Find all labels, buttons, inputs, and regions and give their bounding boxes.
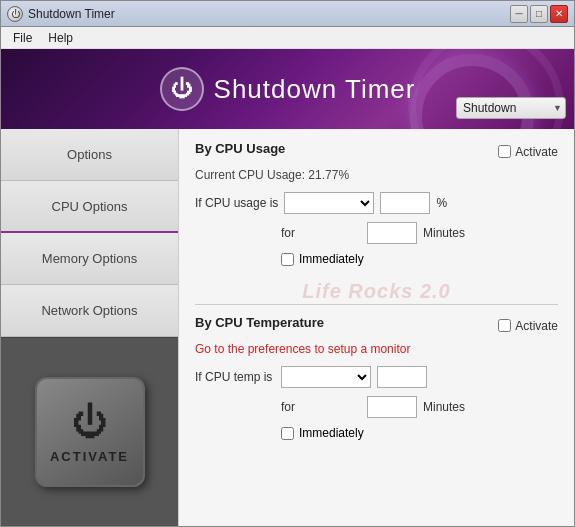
cpu-for-label: for <box>281 226 361 240</box>
cpu-temp-value-input[interactable] <box>377 366 427 388</box>
cpu-usage-activate-checkbox[interactable] <box>498 145 511 158</box>
title-bar: ⏻ Shutdown Timer ─ □ ✕ <box>1 1 574 27</box>
sidebar-item-cpu-options[interactable]: CPU Options <box>1 181 178 233</box>
window-icon: ⏻ <box>7 6 23 22</box>
cpu-temp-immediately-checkbox[interactable] <box>281 427 294 440</box>
menu-bar: File Help <box>1 27 574 49</box>
activate-area: ⏻ ACTIVATE <box>1 337 178 526</box>
cpu-temp-if-label: If CPU temp is <box>195 370 275 384</box>
watermark-text: Life Rocks 2.0 <box>302 280 451 302</box>
sidebar-item-network-options[interactable]: Network Options <box>1 285 178 337</box>
cpu-temp-for-label: for <box>281 400 361 414</box>
power-icon: ⏻ <box>160 67 204 111</box>
sidebar: Options CPU Options Memory Options Netwo… <box>1 129 179 526</box>
current-cpu-usage: Current CPU Usage: 21.77% <box>195 168 558 182</box>
watermark-area: Life Rocks 2.0 <box>195 280 558 300</box>
cpu-temp-section: By CPU Temperature Activate Go to the pr… <box>195 304 558 440</box>
cpu-usage-immediately-checkbox[interactable] <box>281 253 294 266</box>
cpu-usage-condition-select[interactable]: greater than less than <box>284 192 374 214</box>
app-title-area: ⏻ Shutdown Timer <box>160 67 416 111</box>
cpu-usage-heading: By CPU Usage <box>195 141 285 156</box>
cpu-usage-section: By CPU Usage Activate Current CPU Usage:… <box>195 141 558 440</box>
main-window: ⏻ Shutdown Timer ─ □ ✕ File Help ⏻ Shutd… <box>0 0 575 527</box>
minimize-button[interactable]: ─ <box>510 5 528 23</box>
sidebar-item-options[interactable]: Options <box>1 129 178 181</box>
cpu-usage-condition-row: If CPU usage is greater than less than % <box>195 192 558 214</box>
app-title: Shutdown Timer <box>214 74 416 105</box>
cpu-temp-for-row: for Minutes <box>281 396 558 418</box>
cpu-usage-percent: % <box>436 196 447 210</box>
sidebar-item-memory-options[interactable]: Memory Options <box>1 233 178 285</box>
cpu-temp-minutes-label: Minutes <box>423 400 465 414</box>
cpu-usage-immediately-label: Immediately <box>299 252 364 266</box>
maximize-button[interactable]: □ <box>530 5 548 23</box>
cpu-temp-minutes-input[interactable] <box>367 396 417 418</box>
shutdown-select-wrapper: Shutdown Restart Hibernate Sleep Log Off… <box>456 97 566 119</box>
close-button[interactable]: ✕ <box>550 5 568 23</box>
cpu-usage-activate-label: Activate <box>515 145 558 159</box>
cpu-if-label: If CPU usage is <box>195 196 278 210</box>
activate-button[interactable]: ⏻ ACTIVATE <box>35 377 145 487</box>
cpu-temp-condition-select[interactable]: greater than less than <box>281 366 371 388</box>
cpu-temp-condition-row: If CPU temp is greater than less than <box>195 366 558 388</box>
cpu-temp-activate-checkbox[interactable] <box>498 319 511 332</box>
cpu-temp-immediately-row: Immediately <box>281 426 558 440</box>
menu-help[interactable]: Help <box>40 29 81 47</box>
cpu-temp-activate-label: Activate <box>515 319 558 333</box>
cpu-temp-immediately-label: Immediately <box>299 426 364 440</box>
cpu-temp-heading: By CPU Temperature <box>195 315 324 330</box>
header-banner: ⏻ Shutdown Timer Shutdown Restart Hibern… <box>1 49 574 129</box>
cpu-usage-immediately-row: Immediately <box>281 252 558 266</box>
cpu-usage-activate-area: Activate <box>498 145 558 159</box>
menu-file[interactable]: File <box>5 29 40 47</box>
shutdown-select[interactable]: Shutdown Restart Hibernate Sleep Log Off <box>456 97 566 119</box>
cpu-usage-minutes-input[interactable] <box>367 222 417 244</box>
cpu-usage-header-row: By CPU Usage Activate <box>195 141 558 162</box>
cpu-usage-for-row: for Minutes <box>281 222 558 244</box>
main-content: Options CPU Options Memory Options Netwo… <box>1 129 574 526</box>
activate-label: ACTIVATE <box>50 449 129 464</box>
right-panel: By CPU Usage Activate Current CPU Usage:… <box>179 129 574 526</box>
cpu-temp-activate-area: Activate <box>498 319 558 333</box>
window-controls: ─ □ ✕ <box>510 5 568 23</box>
cpu-temp-header-row: By CPU Temperature Activate <box>195 315 558 336</box>
cpu-usage-minutes-label: Minutes <box>423 226 465 240</box>
cpu-usage-value-input[interactable] <box>380 192 430 214</box>
shutdown-dropdown-area: Shutdown Restart Hibernate Sleep Log Off… <box>456 97 566 119</box>
activate-power-icon: ⏻ <box>72 401 108 443</box>
window-title: Shutdown Timer <box>28 7 510 21</box>
cpu-temp-error: Go to the preferences to setup a monitor <box>195 342 558 356</box>
